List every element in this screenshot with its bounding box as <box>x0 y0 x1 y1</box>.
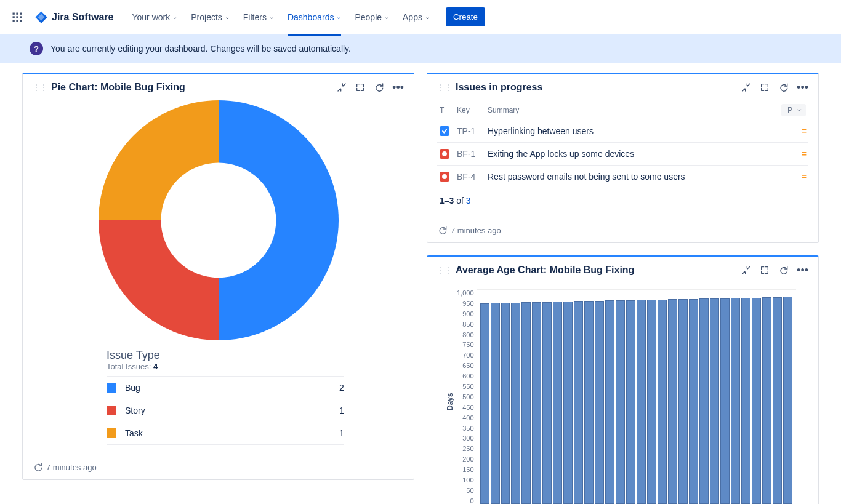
more-icon[interactable]: ••• <box>797 82 808 92</box>
nav-item-filters[interactable]: Filters⌄ <box>237 9 280 26</box>
minimize-icon[interactable] <box>741 265 751 275</box>
bar <box>563 302 573 504</box>
color-swatch <box>107 428 116 438</box>
bar <box>741 298 750 504</box>
more-icon[interactable]: ••• <box>392 82 404 92</box>
bar <box>511 303 520 504</box>
table-row[interactable]: TP-1 Hyperlinking between users = <box>437 120 808 143</box>
legend-value: 2 <box>339 383 344 393</box>
bar <box>637 300 646 504</box>
nav-item-people[interactable]: People⌄ <box>348 9 395 26</box>
legend-value: 1 <box>339 428 344 438</box>
task-icon <box>440 126 449 136</box>
top-nav: Jira Software Your work⌄Projects⌄Filters… <box>0 0 841 34</box>
svg-rect-4 <box>16 16 18 18</box>
bar <box>616 300 625 504</box>
bar <box>553 302 562 504</box>
bar <box>678 299 688 504</box>
col-key[interactable]: Key <box>457 106 488 114</box>
bar <box>710 298 719 504</box>
col-summary[interactable]: Summary <box>488 106 781 114</box>
svg-rect-6 <box>13 20 15 22</box>
minimize-icon[interactable] <box>741 82 751 92</box>
col-priority[interactable]: P <box>781 104 806 116</box>
svg-rect-8 <box>20 20 22 22</box>
gadget-footer: 7 minutes ago <box>23 455 414 479</box>
nav-item-dashboards[interactable]: Dashboards⌄ <box>281 9 348 26</box>
chevron-down-icon: ⌄ <box>384 14 389 20</box>
chevron-down-icon <box>796 107 802 113</box>
legend-value: 1 <box>339 406 344 415</box>
priority-icon: = <box>781 126 806 136</box>
minimize-icon[interactable] <box>337 82 347 92</box>
bar <box>501 303 510 504</box>
col-type[interactable]: T <box>440 106 457 114</box>
nav-item-your-work[interactable]: Your work⌄ <box>126 9 183 26</box>
maximize-icon[interactable] <box>355 82 365 92</box>
issue-key: TP-1 <box>457 126 488 136</box>
bar <box>605 300 614 504</box>
drag-handle-icon[interactable]: ⋮⋮ <box>29 83 51 92</box>
gadget-title: Average Age Chart: Mobile Bug Fixing <box>456 265 741 276</box>
svg-rect-2 <box>20 12 22 14</box>
legend-subtitle: Total Issues: 4 <box>107 362 344 371</box>
bar <box>595 301 604 504</box>
color-swatch <box>107 383 116 393</box>
legend-label: Story <box>125 406 339 415</box>
updated-text: 7 minutes ago <box>451 226 501 235</box>
drag-handle-icon[interactable]: ⋮⋮ <box>433 266 456 274</box>
bar <box>491 303 500 504</box>
refresh-small-icon <box>33 462 42 472</box>
legend-title: Issue Type <box>107 349 344 362</box>
legend-row[interactable]: Bug 2 <box>107 376 344 399</box>
nav-item-apps[interactable]: Apps⌄ <box>396 9 436 26</box>
jira-icon <box>34 10 48 24</box>
legend-row[interactable]: Story 1 <box>107 399 344 422</box>
app-switcher-icon[interactable] <box>7 7 27 27</box>
refresh-icon[interactable] <box>778 82 788 92</box>
table-row[interactable]: BF-4 Rest password emails not being sent… <box>437 166 808 188</box>
bar <box>647 300 656 504</box>
chevron-down-icon: ⌄ <box>225 14 230 20</box>
drag-handle-icon[interactable]: ⋮⋮ <box>433 83 456 92</box>
nav-item-projects[interactable]: Projects⌄ <box>185 9 236 26</box>
priority-icon: = <box>781 149 806 159</box>
create-button[interactable]: Create <box>446 7 485 26</box>
gadget-average-age-chart: ⋮⋮ Average Age Chart: Mobile Bug Fixing … <box>427 255 819 504</box>
issue-summary: Exiting the App locks up some devices <box>488 149 781 159</box>
chevron-down-icon: ⌄ <box>269 14 274 20</box>
gadget-footer: 7 minutes ago <box>427 218 818 242</box>
refresh-icon[interactable] <box>778 265 788 275</box>
bar <box>668 299 677 504</box>
y-axis-label: Days <box>443 289 457 504</box>
more-icon[interactable]: ••• <box>797 265 808 275</box>
banner-text: You are currently editing your dashboard… <box>50 44 351 54</box>
info-icon: ? <box>30 42 43 55</box>
y-axis-ticks: 1,00095090085080075070065060055050045040… <box>457 289 477 504</box>
table-header: T Key Summary P <box>437 100 808 120</box>
svg-rect-3 <box>13 16 15 18</box>
bar <box>699 298 709 504</box>
chevron-down-icon: ⌄ <box>172 14 177 20</box>
editing-banner: ? You are currently editing your dashboa… <box>0 34 841 63</box>
refresh-small-icon <box>437 225 447 235</box>
issue-summary: Hyperlinking between users <box>488 126 781 136</box>
legend-label: Task <box>125 428 339 438</box>
svg-rect-5 <box>20 16 22 18</box>
product-logo[interactable]: Jira Software <box>30 10 118 24</box>
issue-key: BF-4 <box>457 172 488 182</box>
bar <box>731 298 740 504</box>
bar <box>720 298 730 504</box>
svg-rect-1 <box>16 12 18 14</box>
refresh-icon[interactable] <box>374 82 384 92</box>
color-swatch <box>107 406 116 415</box>
bar <box>689 299 698 504</box>
legend-label: Bug <box>125 383 339 393</box>
svg-point-10 <box>443 175 446 178</box>
bar <box>752 298 761 504</box>
maximize-icon[interactable] <box>760 265 770 275</box>
legend-row[interactable]: Task 1 <box>107 422 344 445</box>
table-row[interactable]: BF-1 Exiting the App locks up some devic… <box>437 143 808 166</box>
maximize-icon[interactable] <box>760 82 770 92</box>
svg-rect-7 <box>16 20 18 22</box>
